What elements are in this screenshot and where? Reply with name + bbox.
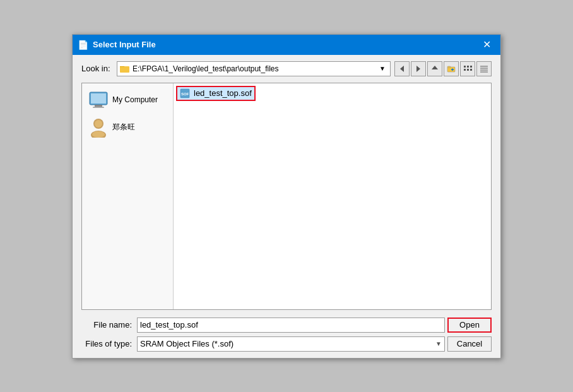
svg-marker-4 [416, 66, 420, 72]
file-type-value: SRAM Object Files (*.sof) [140, 339, 435, 348]
svg-rect-22 [95, 105, 102, 107]
file-type-row: Files of type: SRAM Object Files (*.sof)… [81, 336, 492, 352]
toolbar-buttons [394, 61, 492, 76]
folder-icon [120, 64, 130, 74]
title-bar: 📄 Select Input File ✕ [73, 35, 500, 55]
svg-rect-7 [447, 66, 451, 68]
computer-icon [88, 90, 109, 110]
svg-rect-14 [467, 69, 469, 71]
file-item[interactable]: SOF led_test_top.sof [177, 87, 254, 100]
list-view-button[interactable] [460, 61, 475, 76]
file-type-label: Files of type: [81, 339, 132, 348]
sidebar-item-label-user: 郑条旺 [112, 122, 135, 133]
file-name-input[interactable] [137, 318, 445, 333]
sidebar-item-my-computer[interactable]: My Computer [85, 87, 170, 112]
file-name-row: File name: Open [81, 318, 492, 333]
file-type-dropdown-arrow[interactable]: ▼ [435, 340, 442, 347]
file-type-select[interactable]: SRAM Object Files (*.sof) ▼ [137, 336, 445, 352]
details-view-button[interactable] [476, 61, 492, 76]
svg-marker-2 [120, 66, 124, 67]
look-in-dropdown-arrow[interactable]: ▼ [377, 65, 387, 72]
look-in-combo[interactable]: E:\FPGA\1_Verilog\led_test\par\output_fi… [117, 61, 391, 76]
file-name-label: File name: [81, 320, 132, 330]
svg-rect-11 [467, 66, 469, 68]
svg-rect-21 [91, 93, 106, 104]
dialog-title: Select Input File [93, 40, 478, 49]
new-folder-button[interactable] [444, 61, 459, 76]
dialog-icon: 📄 [78, 40, 88, 50]
file-name-text: led_test_top.sof [194, 88, 252, 98]
svg-rect-23 [93, 107, 104, 108]
sidebar-item-label-my-computer: My Computer [112, 95, 158, 104]
bottom-section: File name: Open Files of type: SRAM Obje… [81, 318, 492, 352]
svg-marker-3 [400, 66, 404, 72]
cancel-button[interactable]: Cancel [447, 336, 492, 352]
svg-rect-13 [464, 69, 466, 71]
sidebar-item-user[interactable]: 郑条旺 [85, 115, 170, 140]
svg-point-26 [95, 120, 102, 128]
content-area: My Computer 郑条旺 [81, 83, 492, 310]
svg-text:SOF: SOF [181, 92, 189, 96]
svg-marker-5 [432, 66, 438, 69]
look-in-path: E:\FPGA\1_Verilog\led_test\par\output_fi… [133, 64, 375, 73]
look-in-label: Look in: [81, 64, 113, 73]
svg-rect-15 [470, 69, 472, 71]
svg-point-27 [92, 131, 105, 138]
close-button[interactable]: ✕ [478, 39, 495, 51]
user-icon [88, 117, 109, 138]
look-in-row: Look in: E:\FPGA\1_Verilog\led_test\par\… [81, 61, 492, 76]
select-input-file-dialog: 📄 Select Input File ✕ Look in: E:\FPGA\1… [72, 34, 501, 359]
open-button[interactable]: Open [447, 318, 492, 333]
svg-rect-12 [470, 66, 472, 68]
file-type-select-wrapper: SRAM Object Files (*.sof) ▼ Cancel [137, 336, 492, 352]
dialog-body: Look in: E:\FPGA\1_Verilog\led_test\par\… [73, 55, 500, 358]
file-name-input-wrapper: Open [137, 318, 492, 333]
up-button[interactable] [427, 61, 442, 76]
forward-button[interactable] [411, 61, 426, 76]
sidebar: My Computer 郑条旺 [82, 83, 174, 309]
back-button[interactable] [394, 61, 410, 76]
file-list[interactable]: SOF led_test_top.sof [174, 83, 491, 309]
svg-rect-10 [464, 66, 466, 68]
sof-file-icon: SOF [180, 88, 190, 98]
